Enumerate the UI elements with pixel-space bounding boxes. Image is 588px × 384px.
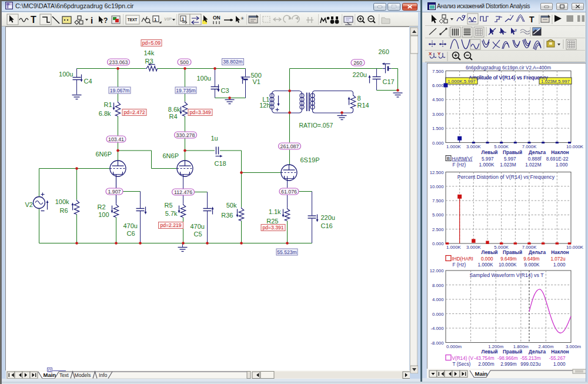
svg-text:Дельта: Дельта: [529, 249, 546, 255]
svg-text:5.000K: 5.000K: [494, 144, 509, 149]
svg-text:1.023M: 1.023M: [500, 162, 516, 168]
svg-text:pd=2.219: pd=2.219: [160, 222, 181, 228]
svg-text:5.997: 5.997: [504, 156, 516, 162]
svg-text:3.000: 3.000: [432, 112, 444, 117]
svg-text:HARM(V(: HARM(V(: [452, 156, 473, 162]
svg-text:#: #: [514, 28, 517, 32]
svg-text:1.022M: 1.022M: [525, 162, 541, 168]
svg-text:IHD(HARI: IHD(HARI: [452, 256, 473, 262]
svg-text:Наклон: Наклон: [551, 249, 569, 255]
svg-text:1.000K: 1.000K: [479, 162, 495, 168]
svg-text:1.000: 1.000: [553, 262, 566, 268]
svg-text:10.000K: 10.000K: [566, 144, 584, 149]
svg-text:55.523m: 55.523m: [277, 249, 296, 255]
svg-text:1.000: 1.000: [556, 162, 568, 168]
svg-text:100k: 100k: [55, 198, 69, 205]
svg-text:R2: R2: [97, 203, 105, 211]
svg-text:pd=3.349: pd=3.349: [189, 109, 211, 115]
svg-text:260: 260: [379, 48, 389, 55]
svg-text:50k: 50k: [226, 202, 237, 209]
svg-text:3.000K: 3.000K: [466, 144, 482, 149]
svg-text:-55.213m: -55.213m: [520, 356, 541, 361]
svg-text:Y: Y: [437, 51, 441, 56]
svg-text:C18: C18: [215, 160, 226, 167]
svg-text:F (Hz): F (Hz): [453, 262, 466, 268]
svg-text:12.500: 12.500: [430, 170, 445, 175]
svg-text:Info: Info: [99, 372, 108, 378]
svg-text:?: ?: [103, 16, 108, 25]
svg-text:Models: Models: [75, 372, 91, 378]
svg-text:1: 1: [154, 17, 157, 22]
svg-text:1: 1: [182, 16, 184, 22]
svg-text:Левый: Левый: [482, 149, 498, 155]
svg-text:1.000K: 1.000K: [446, 144, 462, 149]
svg-text:14k: 14k: [144, 49, 155, 56]
svg-text:1.072u: 1.072u: [550, 256, 565, 262]
svg-text:-55.267: -55.267: [549, 356, 566, 361]
svg-text:5.997: 5.997: [482, 156, 494, 162]
svg-text:F (Hz): F (Hz): [453, 162, 466, 168]
svg-text:Text: Text: [59, 372, 69, 378]
svg-text:1.500: 1.500: [432, 126, 444, 131]
svg-text:RATIO=.057: RATIO=.057: [299, 122, 333, 129]
svg-text:R6: R6: [60, 207, 68, 214]
svg-text:61.076: 61.076: [281, 189, 297, 195]
svg-text:10.000: 10.000: [430, 184, 445, 189]
svg-text:TEXT: TEXT: [128, 18, 138, 22]
svg-text:9.000K: 9.000K: [524, 262, 540, 268]
svg-text:X: X: [429, 51, 432, 56]
svg-text:9.649m: 9.649m: [500, 256, 516, 262]
svg-text:1.000K: 1.000K: [478, 262, 493, 268]
svg-text:12h: 12h: [259, 102, 270, 109]
svg-text:7.500: 7.500: [432, 69, 444, 74]
svg-text:8.000: 8.000: [432, 283, 444, 288]
svg-text:R25: R25: [266, 218, 278, 225]
svg-text:Percent Distortion of V(R14) v: Percent Distortion of V(R14) vs Frequenc…: [457, 174, 555, 180]
svg-text:100u: 100u: [197, 75, 211, 82]
svg-text:R1: R1: [103, 101, 112, 108]
svg-text:Main: Main: [44, 372, 56, 378]
svg-text:Amplitude of V(R14) vs Frequen: Amplitude of V(R14) vs Frequency: [469, 75, 548, 81]
svg-text:Наклон: Наклон: [551, 349, 569, 355]
svg-text:6.000: 6.000: [432, 83, 444, 88]
svg-text:Дельта: Дельта: [529, 149, 546, 155]
svg-text:100u: 100u: [59, 71, 73, 78]
svg-text:1.1k: 1.1k: [269, 208, 281, 215]
svg-text:5.7k: 5.7k: [165, 210, 178, 217]
svg-text:19.735m: 19.735m: [176, 88, 195, 94]
svg-text:°: °: [510, 14, 512, 18]
svg-text:220u: 220u: [321, 214, 335, 221]
svg-text:2.999m: 2.999m: [500, 362, 516, 367]
svg-text:C6: C6: [127, 230, 135, 237]
svg-text:-4.000: -4.000: [430, 326, 444, 331]
svg-text:0.000: 0.000: [481, 256, 493, 262]
svg-text:R4: R4: [169, 113, 177, 120]
svg-text:2.500: 2.500: [432, 227, 444, 232]
svg-text:T (Secs): T (Secs): [453, 362, 471, 367]
svg-text:0.888f: 0.888f: [528, 156, 542, 162]
svg-text:Правый: Правый: [503, 349, 522, 355]
svg-text:1.000K: 1.000K: [446, 245, 462, 250]
svg-text:Дельта: Дельта: [529, 349, 546, 355]
svg-text:260: 260: [353, 60, 362, 66]
svg-text:220u: 220u: [353, 71, 367, 78]
svg-text:6N6P: 6N6P: [96, 151, 112, 158]
svg-text:-43.754m: -43.754m: [474, 356, 495, 361]
svg-text:19.067m: 19.067m: [110, 88, 129, 94]
svg-text:pd=5.09: pd=5.09: [142, 40, 161, 46]
svg-text:1u: 1u: [211, 135, 218, 142]
svg-text:0.000: 0.000: [432, 141, 444, 146]
svg-text:C4: C4: [84, 78, 92, 85]
svg-text:7.000K: 7.000K: [522, 144, 537, 149]
svg-text:Main: Main: [475, 370, 488, 377]
svg-text:999.023u: 999.023u: [520, 362, 541, 367]
svg-text:Sampled Waveform V(R14) vs T: Sampled Waveform V(R14) vs T: [469, 272, 544, 278]
svg-text:2.000m: 2.000m: [478, 362, 494, 367]
svg-text:0.000m: 0.000m: [446, 344, 462, 349]
svg-text:Правый: Правый: [503, 149, 522, 155]
svg-text:8.691E-22: 8.691E-22: [546, 156, 569, 162]
svg-text:V2: V2: [25, 201, 33, 208]
svg-text:VIP: VIP: [164, 16, 172, 22]
svg-text:8: 8: [358, 95, 361, 102]
svg-text:C16: C16: [321, 222, 333, 229]
